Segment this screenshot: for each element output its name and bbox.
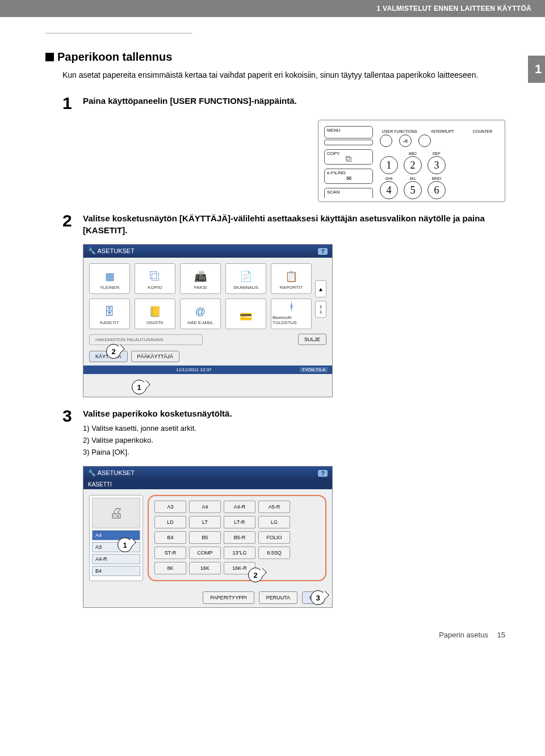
numpad-6[interactable]: 6 xyxy=(427,181,446,199)
numpad-5[interactable]: 5 xyxy=(404,181,422,199)
callout-2: 2 xyxy=(106,344,121,359)
size-13lg[interactable]: 13"LG xyxy=(224,547,255,559)
help-button[interactable]: ? xyxy=(318,470,328,477)
numpad-1[interactable]: 1 xyxy=(380,156,398,174)
tile-kopio[interactable]: ⿻KOPIO xyxy=(135,263,175,294)
tile-yleinen[interactable]: ▦YLEINEN xyxy=(89,263,130,294)
menu-button[interactable]: MENU xyxy=(324,126,373,138)
tile-bluetooth[interactable]: ᚼBluetooth TULOSTUS xyxy=(271,299,312,329)
chapter-tab: 1 xyxy=(528,56,545,83)
size-str[interactable]: ST-R xyxy=(154,547,186,559)
size-ltr[interactable]: LT-R xyxy=(224,516,255,528)
size-grid-outline: A3A4A4-RA5-RLDLTLT-RLGB4B5B5-RFOLIOST-RC… xyxy=(148,495,326,581)
email-icon: @ xyxy=(195,306,206,318)
tile-faksi[interactable]: 📠FAKSI xyxy=(180,263,221,294)
interrupt-label: INTERRUPT xyxy=(426,129,459,133)
header-rule xyxy=(45,33,192,33)
footer-section: Paperin asetus xyxy=(439,631,488,639)
scan-icon: 📄 xyxy=(240,270,252,283)
report-icon: 📋 xyxy=(285,270,297,283)
size-a5r[interactable]: A5-R xyxy=(258,501,290,513)
tray-list: 🖨 A4 A3 A4-R B4 xyxy=(89,495,143,581)
cancel-button[interactable]: PERUUTA xyxy=(259,591,297,604)
bluetooth-icon: ᚼ xyxy=(288,301,295,313)
restore-key-button: HAKEMISTON PALAUTUSAVAIN xyxy=(89,334,203,345)
substep-3: 3) Paina [OK]. xyxy=(83,447,505,459)
breadcrumb: KASETTI xyxy=(83,480,332,489)
size-lt[interactable]: LT xyxy=(189,516,221,528)
tile-skannaus[interactable]: 📄SKANNAUS xyxy=(225,263,266,294)
address-icon: 📒 xyxy=(149,305,161,318)
menu-sub-button[interactable] xyxy=(324,140,373,145)
page-up-button[interactable]: ▲ xyxy=(315,280,326,297)
section-title: Paperikoon tallennus xyxy=(45,51,505,64)
touchscreen-kasetti: 🔧 ASETUKSET ? KASETTI 🖨 A4 A3 A4-R B4 A3… xyxy=(83,466,333,608)
numpad-3[interactable]: 3 xyxy=(427,156,446,174)
key-label-ghi: GHI xyxy=(380,177,398,180)
size-b5[interactable]: B5 xyxy=(189,531,221,544)
numpad-4[interactable]: 4 xyxy=(380,181,398,199)
size-lg[interactable]: LG xyxy=(258,516,290,528)
page-number: 15 xyxy=(497,631,505,639)
efiling-button[interactable]: e-FILING ✉ xyxy=(324,169,373,184)
callout-1: 1 xyxy=(132,380,146,394)
step-1: 1 Paina käyttöpaneelin [USER FUNCTIONS]-… xyxy=(62,95,505,112)
tab-paakayttaja[interactable]: PÄÄKÄYTTÄJÄ xyxy=(131,351,180,362)
size-b4[interactable]: B4 xyxy=(154,531,186,544)
size-a4[interactable]: A4 xyxy=(189,501,221,513)
page-down-button[interactable]: 11 xyxy=(315,301,326,318)
screen-datetime: 11/11/2011 12:37 xyxy=(176,367,211,372)
interrupt-button[interactable]: -≡ xyxy=(399,135,412,147)
screen-title: 🔧 ASETUKSET xyxy=(88,247,135,255)
square-bullet-icon xyxy=(45,53,54,61)
size-a4r[interactable]: A4-R xyxy=(224,501,255,513)
card-icon: 💳 xyxy=(240,310,252,323)
substep-2: 2) Valitse paperikoko. xyxy=(83,435,505,447)
numpad-2[interactable]: 2 xyxy=(404,156,422,174)
step-title: Paina käyttöpaneelin [USER FUNCTIONS]-nä… xyxy=(83,95,505,107)
copy-icon: ⿻ xyxy=(346,156,352,162)
papertype-button[interactable]: PAPERITYYPPI xyxy=(203,591,254,604)
user-functions-button[interactable] xyxy=(380,135,392,147)
step-number: 2 xyxy=(62,212,83,236)
tile-raportit[interactable]: 📋RAPORTIT xyxy=(271,263,312,294)
fax-icon: 📠 xyxy=(194,270,207,283)
tile-kasetit[interactable]: 🗄KASETIT xyxy=(89,299,130,329)
help-button[interactable]: ? xyxy=(318,248,328,255)
copy-button[interactable]: COPY ⿻ xyxy=(324,149,373,165)
general-icon: ▦ xyxy=(105,270,115,283)
control-panel-diagram: MENU COPY ⿻ e-FILING ✉ SCAN USER FUNCTIO… xyxy=(318,120,505,202)
counter-button[interactable] xyxy=(418,135,431,147)
tile-osoite[interactable]: 📒OSOITE xyxy=(135,299,175,329)
size-comp[interactable]: COMP xyxy=(189,547,221,559)
substep-1: 1) Valitse kasetti, jonne asetit arkit. xyxy=(83,423,505,435)
size-folio[interactable]: FOLIO xyxy=(258,531,290,544)
touchscreen-asetukset: 🔧 ASETUKSET ? ▦YLEINEN ⿻KOPIO 📠FAKSI 📄SK… xyxy=(83,244,333,397)
tile-hae-email[interactable]: @HAE E-MAIL xyxy=(180,299,221,329)
close-button[interactable]: SULJE xyxy=(298,334,326,345)
size-16k[interactable]: 16K xyxy=(189,562,221,574)
size-b5r[interactable]: B5-R xyxy=(224,531,255,544)
user-functions-label: USER FUNCTIONS xyxy=(380,129,420,133)
size-a3[interactable]: A3 xyxy=(154,501,186,513)
efiling-icon: ✉ xyxy=(346,175,351,182)
page-header: 1 VALMISTELUT ENNEN LAITTEEN KÄYTTÖÄ xyxy=(0,0,545,17)
key-label-mno: MNO xyxy=(427,177,446,180)
size-85sq[interactable]: 8.5SQ xyxy=(258,547,290,559)
key-label-def: DEF xyxy=(427,152,446,156)
scan-button[interactable]: SCAN xyxy=(324,188,373,198)
settings-icon: 🔧 xyxy=(88,469,96,476)
tile-blank[interactable]: 💳 xyxy=(225,299,266,329)
counter-label: COUNTER xyxy=(466,129,499,133)
step-title: Valitse paperikoko kosketusnäytöltä. xyxy=(83,408,505,419)
settings-icon: 🔧 xyxy=(88,247,96,254)
tray-b4[interactable]: B4 xyxy=(92,566,140,576)
tray-a4r[interactable]: A4-R xyxy=(92,554,140,564)
size-8k[interactable]: 8K xyxy=(154,562,186,574)
job-status-button[interactable]: TYÖN TILA xyxy=(300,367,328,372)
size-ld[interactable]: LD xyxy=(154,516,186,528)
key-label-jkl: JKL xyxy=(404,177,422,180)
step-3: 3 Valitse paperikoko kosketusnäytöltä. 1… xyxy=(62,408,505,458)
copy-icon: ⿻ xyxy=(150,271,160,283)
page-footer: Paperin asetus 15 xyxy=(45,631,505,639)
